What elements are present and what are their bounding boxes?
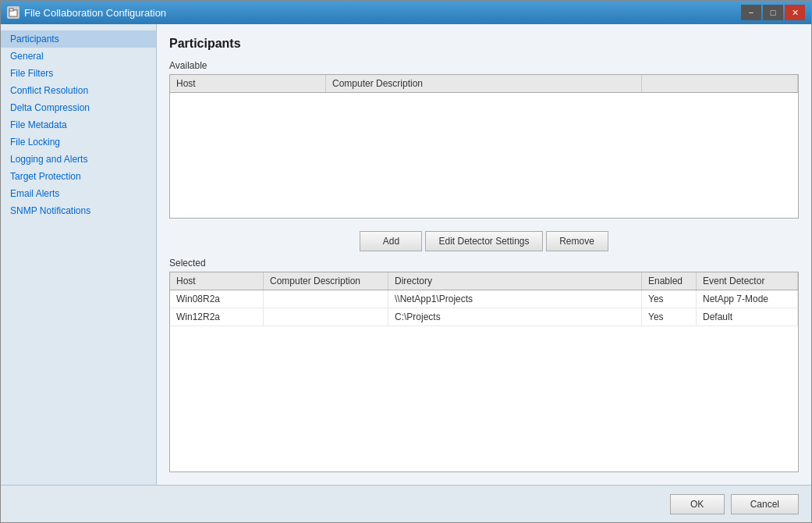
remove-button[interactable]: Remove xyxy=(546,231,608,251)
sidebar-item-target-protection[interactable]: Target Protection xyxy=(1,168,156,185)
add-button[interactable]: Add xyxy=(360,231,422,251)
cell-enabled: Yes xyxy=(642,290,697,308)
selected-table: Host Computer Description Directory Enab… xyxy=(169,272,799,472)
window-controls: − □ ✕ xyxy=(741,5,805,20)
sidebar-item-file-locking[interactable]: File Locking xyxy=(1,133,156,151)
page-title: Participants xyxy=(169,37,799,51)
cell-host: Win12R2a xyxy=(170,308,264,326)
sidebar-item-snmp-notifications[interactable]: SNMP Notifications xyxy=(1,202,156,219)
content-area: Participants Available Host Computer Des… xyxy=(157,24,811,485)
cancel-button[interactable]: Cancel xyxy=(731,494,799,514)
edit-detector-button[interactable]: Edit Detector Settings xyxy=(425,231,542,251)
available-col-host: Host xyxy=(170,75,326,92)
maximize-button[interactable]: □ xyxy=(763,5,783,20)
ok-button[interactable]: OK xyxy=(670,494,725,514)
available-table-header: Host Computer Description xyxy=(170,75,798,93)
available-section: Available Host Computer Description xyxy=(169,60,799,219)
titlebar-left: File Collaboration Configuration xyxy=(7,6,166,19)
sidebar-item-logging-alerts[interactable]: Logging and Alerts xyxy=(1,151,156,168)
available-label: Available xyxy=(169,60,799,71)
sidebar-item-file-filters[interactable]: File Filters xyxy=(1,65,156,82)
selected-col-detector: Event Detector xyxy=(697,272,798,290)
selected-col-enabled: Enabled xyxy=(642,272,697,290)
selected-col-description: Computer Description xyxy=(264,272,388,290)
cell-host: Win08R2a xyxy=(170,290,264,308)
footer: OK Cancel xyxy=(1,485,811,522)
available-table: Host Computer Description xyxy=(169,74,799,219)
cell-description xyxy=(264,290,388,308)
main-window: File Collaboration Configuration − □ ✕ P… xyxy=(0,0,812,523)
cell-detector: NetApp 7-Mode xyxy=(697,290,798,308)
sidebar-item-file-metadata[interactable]: File Metadata xyxy=(1,116,156,133)
selected-table-header: Host Computer Description Directory Enab… xyxy=(170,272,798,290)
available-table-body[interactable] xyxy=(170,93,798,218)
sidebar-item-participants[interactable]: Participants xyxy=(1,30,156,48)
selected-col-directory: Directory xyxy=(388,272,642,290)
window-title: File Collaboration Configuration xyxy=(24,7,166,19)
table-row[interactable]: Win08R2a \\NetApp1\Projects Yes NetApp 7… xyxy=(170,290,798,308)
cell-enabled: Yes xyxy=(642,308,697,326)
sidebar-item-delta-compression[interactable]: Delta Compression xyxy=(1,99,156,116)
app-icon xyxy=(7,6,20,19)
action-buttons: Add Edit Detector Settings Remove xyxy=(169,231,799,251)
sidebar-item-general[interactable]: General xyxy=(1,48,156,65)
selected-section: Selected Host Computer Description Direc… xyxy=(169,258,799,472)
table-row[interactable]: Win12R2a C:\Projects Yes Default xyxy=(170,308,798,326)
close-button[interactable]: ✕ xyxy=(785,5,805,20)
svg-rect-1 xyxy=(9,9,13,11)
sidebar-item-email-alerts[interactable]: Email Alerts xyxy=(1,185,156,202)
main-content: Participants General File Filters Confli… xyxy=(1,24,811,485)
available-col-description: Computer Description xyxy=(326,75,642,92)
cell-directory: \\NetApp1\Projects xyxy=(388,290,642,308)
selected-label: Selected xyxy=(169,258,799,269)
cell-description xyxy=(264,308,388,326)
cell-detector: Default xyxy=(697,308,798,326)
minimize-button[interactable]: − xyxy=(741,5,761,20)
selected-table-body[interactable]: Win08R2a \\NetApp1\Projects Yes NetApp 7… xyxy=(170,290,798,471)
available-col-extra xyxy=(642,75,798,92)
selected-col-host: Host xyxy=(170,272,264,290)
sidebar-item-conflict-resolution[interactable]: Conflict Resolution xyxy=(1,82,156,99)
titlebar: File Collaboration Configuration − □ ✕ xyxy=(1,1,811,24)
sidebar: Participants General File Filters Confli… xyxy=(1,24,157,485)
cell-directory: C:\Projects xyxy=(388,308,642,326)
